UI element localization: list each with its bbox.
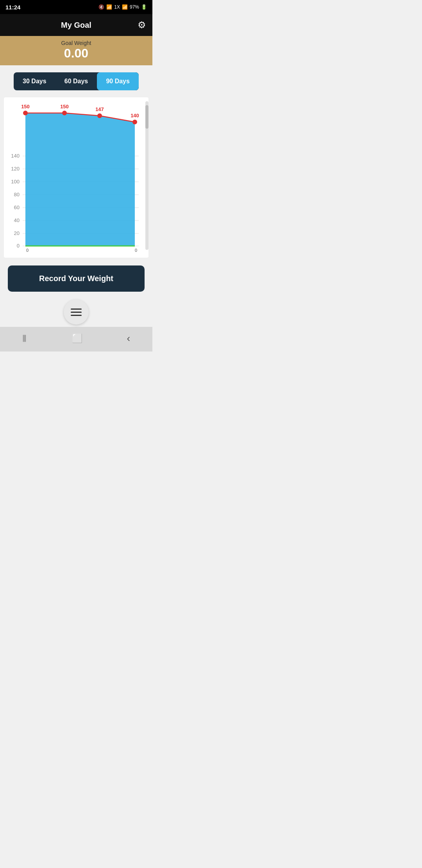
x-label-dec13: Dec 13 bbox=[91, 256, 107, 258]
signal-label: 1X bbox=[114, 4, 120, 10]
svg-text:80: 80 bbox=[14, 192, 20, 197]
svg-text:120: 120 bbox=[11, 166, 20, 172]
goal-weight-value: 0.00 bbox=[0, 46, 152, 61]
weight-chart: 0 20 40 60 80 100 120 140 150 150 147 14… bbox=[4, 97, 148, 258]
data-point-4[interactable] bbox=[132, 120, 137, 124]
goal-banner: Goal Weight 0.00 bbox=[0, 36, 152, 65]
tab-90-days[interactable]: 90 Days bbox=[97, 72, 139, 90]
mute-icon: 🔇 bbox=[98, 4, 104, 10]
app-header: My Goal ⚙ bbox=[0, 14, 152, 36]
recents-button[interactable]: ⦀ bbox=[22, 332, 27, 344]
label-150-2: 150 bbox=[60, 104, 69, 109]
hamburger-icon bbox=[71, 308, 82, 316]
svg-text:60: 60 bbox=[14, 204, 20, 210]
data-point-3[interactable] bbox=[97, 113, 102, 118]
scroll-thumb[interactable] bbox=[145, 105, 148, 129]
goal-weight-label: Goal Weight bbox=[0, 40, 152, 46]
data-point-1[interactable] bbox=[23, 111, 28, 115]
label-150-1: 150 bbox=[21, 104, 30, 109]
record-weight-button[interactable]: Record Your Weight bbox=[8, 265, 145, 292]
status-time: 11:24 bbox=[5, 4, 20, 11]
x-label-oct09: Oct 09 bbox=[56, 256, 71, 258]
scroll-hint bbox=[145, 101, 148, 250]
chart-fill bbox=[25, 113, 135, 246]
android-nav-bar: ⦀ ⬜ ‹ bbox=[0, 327, 152, 352]
bottom-zero-left: 0 bbox=[26, 248, 29, 253]
svg-text:100: 100 bbox=[11, 179, 20, 185]
data-point-2[interactable] bbox=[62, 111, 67, 115]
period-tab-bar: 30 Days 60 Days 90 Days bbox=[14, 72, 139, 90]
bottom-zero-right: 0 bbox=[135, 248, 137, 253]
x-label-dec14: Dec 14 bbox=[126, 256, 142, 258]
home-button[interactable]: ⬜ bbox=[72, 334, 82, 344]
bottom-fab-area bbox=[0, 299, 152, 325]
tab-30-days[interactable]: 30 Days bbox=[14, 72, 55, 90]
svg-text:140: 140 bbox=[11, 153, 20, 159]
svg-text:0: 0 bbox=[17, 243, 20, 249]
back-button[interactable]: ‹ bbox=[127, 332, 130, 344]
battery-icon: 🔋 bbox=[141, 4, 147, 10]
battery-label: 97% bbox=[130, 4, 139, 10]
svg-text:40: 40 bbox=[14, 217, 20, 223]
status-icons: 🔇 📶 1X 📶 97% 🔋 bbox=[98, 4, 147, 10]
wifi-icon: 📶 bbox=[106, 4, 112, 10]
status-bar: 11:24 🔇 📶 1X 📶 97% 🔋 bbox=[0, 0, 152, 14]
x-label-sep22: Sep 22 bbox=[17, 256, 33, 258]
label-147: 147 bbox=[95, 106, 104, 112]
menu-fab-button[interactable] bbox=[64, 299, 89, 325]
chart-svg: 0 20 40 60 80 100 120 140 150 150 147 14… bbox=[4, 101, 148, 258]
svg-text:20: 20 bbox=[14, 230, 20, 236]
label-140: 140 bbox=[131, 113, 139, 118]
settings-icon[interactable]: ⚙ bbox=[138, 20, 146, 30]
tab-60-days[interactable]: 60 Days bbox=[55, 72, 97, 90]
signal-bars-icon: 📶 bbox=[122, 4, 128, 10]
page-title: My Goal bbox=[61, 21, 91, 30]
